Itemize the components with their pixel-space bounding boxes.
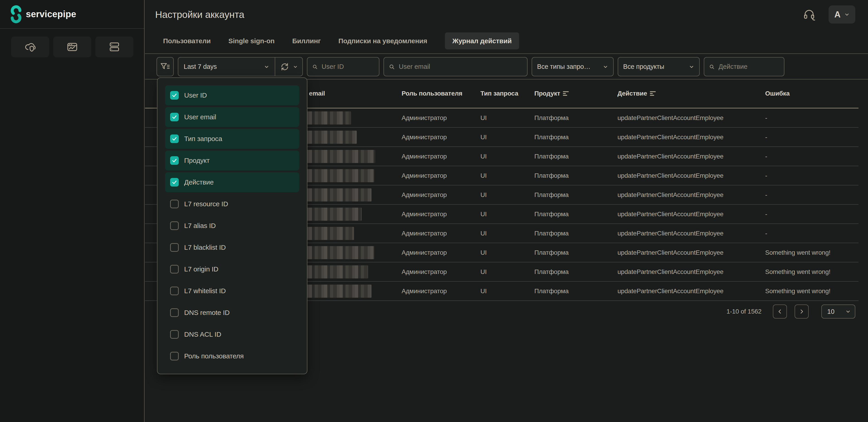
column-filter-icon[interactable] <box>563 91 569 96</box>
checkbox-icon[interactable] <box>170 352 179 360</box>
sidebar-item-monitoring[interactable] <box>53 36 91 57</box>
date-range-select[interactable]: Last 7 days <box>178 58 275 76</box>
brand-logo[interactable]: servicepipe <box>0 0 144 29</box>
cell-user-email <box>293 169 402 182</box>
columns-filter-button[interactable] <box>157 57 174 76</box>
checkbox-icon[interactable] <box>170 178 179 187</box>
action-input[interactable] <box>718 63 779 71</box>
cell-user-email <box>293 227 402 240</box>
cell-request-type: UI <box>480 268 534 275</box>
next-page-button[interactable] <box>795 304 809 319</box>
refresh-button[interactable] <box>275 62 302 72</box>
tabs-divider <box>145 54 868 54</box>
request-type-value: Все типы запро… <box>537 63 591 70</box>
support-button[interactable] <box>803 8 815 21</box>
checkbox-icon[interactable] <box>170 265 179 273</box>
cell-product: Платформа <box>534 288 618 295</box>
column-toggle-item[interactable]: User email <box>165 107 299 127</box>
sidebar-item-servers[interactable] <box>95 36 133 57</box>
cell-product: Платформа <box>534 153 618 160</box>
column-toggle-item[interactable]: L7 resource ID <box>165 194 299 214</box>
column-toggle-label: L7 origin ID <box>184 265 218 273</box>
pagination-range: 1-10 of 1562 <box>726 308 762 315</box>
checkbox-icon[interactable] <box>170 243 179 252</box>
cell-error: Something went wrong! <box>765 288 859 295</box>
column-toggle-item[interactable]: Тип запроса <box>165 129 299 149</box>
column-toggle-item[interactable]: L7 blacklist ID <box>165 237 299 257</box>
cloud-shield-icon <box>24 40 37 54</box>
tab[interactable]: Журнал действий <box>445 32 519 50</box>
tab[interactable]: Биллинг <box>292 32 321 50</box>
column-toggle-label: Продукт <box>184 157 210 164</box>
request-type-select[interactable]: Все типы запро… <box>532 57 614 76</box>
column-toggle-item[interactable]: L7 alias ID <box>165 216 299 236</box>
checkbox-icon[interactable] <box>170 330 179 339</box>
tab[interactable]: Пользователи <box>163 32 211 50</box>
chevron-right-icon <box>799 309 805 315</box>
checkbox-icon[interactable] <box>170 113 179 121</box>
checkbox-icon[interactable] <box>170 287 179 295</box>
cell-product: Платформа <box>534 230 618 237</box>
column-toggle-label: User ID <box>184 92 207 99</box>
column-toggle-item[interactable]: Действие <box>165 172 299 192</box>
sidebar-item-protection[interactable] <box>11 36 49 57</box>
cell-action: updatePartnerClientAccountEmployee <box>618 268 765 275</box>
column-toggle-item[interactable]: L7 whitelist ID <box>165 281 299 301</box>
checkbox-icon[interactable] <box>170 91 179 100</box>
headset-icon <box>803 8 815 21</box>
column-header: Роль пользователя <box>402 90 480 97</box>
column-toggle-item[interactable]: Продукт <box>165 151 299 170</box>
cell-request-type: UI <box>480 172 534 179</box>
column-toggle-item[interactable]: DNS ACL ID <box>165 324 299 344</box>
check-icon <box>172 92 177 98</box>
checkbox-icon[interactable] <box>170 221 179 230</box>
tab[interactable]: Подписки на уведомления <box>338 32 427 50</box>
cell-request-type: UI <box>480 230 534 237</box>
prev-page-button[interactable] <box>773 304 787 319</box>
columns-dropdown-panel: User ID User email <box>157 77 307 374</box>
cell-action: updatePartnerClientAccountEmployee <box>618 230 765 237</box>
tab-label: Журнал действий <box>452 37 512 45</box>
cell-error: - <box>765 114 859 122</box>
check-icon <box>172 158 177 163</box>
chevron-down-icon <box>293 64 298 69</box>
product-select[interactable]: Все продукты <box>618 57 700 76</box>
page-size-select[interactable]: 10 <box>822 304 855 319</box>
checkbox-icon[interactable] <box>170 156 179 165</box>
chevron-down-icon <box>264 64 269 69</box>
cell-request-type: UI <box>480 134 534 141</box>
cell-action: updatePartnerClientAccountEmployee <box>618 191 765 199</box>
cell-product: Платформа <box>534 172 618 179</box>
column-toggle-item[interactable]: User ID <box>165 85 299 105</box>
tab[interactable]: Single sign-on <box>228 32 275 50</box>
search-icon <box>312 63 318 70</box>
date-range-group: Last 7 days <box>178 57 303 76</box>
cell-product: Платформа <box>534 191 618 199</box>
column-toggle-label: DNS remote ID <box>184 309 230 317</box>
cell-error: Something went wrong! <box>765 249 859 256</box>
pagination: 1-10 of 1562 10 <box>726 303 855 320</box>
user-id-input[interactable] <box>321 63 374 71</box>
app-root: servicepipe <box>0 0 868 422</box>
column-toggle-item[interactable]: L7 origin ID <box>165 259 299 279</box>
filter-bar: Last 7 days <box>157 57 859 76</box>
cell-error: - <box>765 210 859 218</box>
user-email-input[interactable] <box>398 63 523 71</box>
cell-action: updatePartnerClientAccountEmployee <box>618 249 765 256</box>
column-toggle-item[interactable]: DNS remote ID <box>165 303 299 323</box>
chevron-left-icon <box>777 309 783 315</box>
column-toggle-item[interactable]: Роль пользователя <box>165 346 299 366</box>
checkbox-icon[interactable] <box>170 200 179 208</box>
product-value: Все продукты <box>623 63 664 70</box>
account-menu-button[interactable]: A <box>829 5 855 24</box>
cell-role: Администратор <box>402 191 480 199</box>
check-icon <box>172 114 177 120</box>
cell-role: Администратор <box>402 114 480 122</box>
column-filter-icon[interactable] <box>650 91 656 96</box>
column-toggle-label: L7 alias ID <box>184 222 216 230</box>
cell-action: updatePartnerClientAccountEmployee <box>618 134 765 141</box>
cell-role: Администратор <box>402 172 480 179</box>
checkbox-icon[interactable] <box>170 134 179 143</box>
column-toggle-label: L7 blacklist ID <box>184 244 226 251</box>
checkbox-icon[interactable] <box>170 309 179 317</box>
